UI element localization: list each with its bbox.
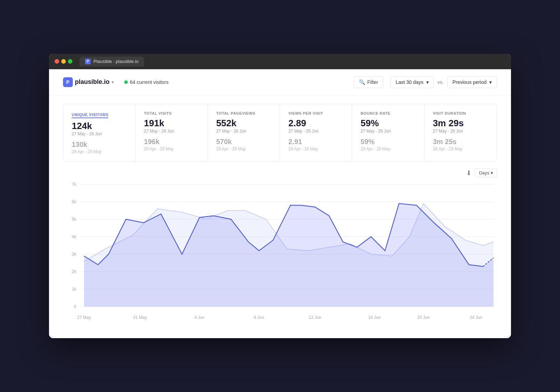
logo-area[interactable]: P plausible.io ▾ [63, 77, 114, 87]
chevron-down-icon: ▾ [491, 170, 493, 176]
stat-value-bounce-rate: 59% [360, 118, 415, 128]
svg-text:7k: 7k [72, 182, 77, 187]
svg-text:12 Jun: 12 Jun [309, 315, 321, 320]
stat-period-bounce-rate: 27 May - 26 Jun [360, 129, 415, 134]
filter-label: Filter [367, 79, 378, 85]
stat-prev-value-total-pageviews: 570k [216, 138, 271, 146]
stats-grid: UNIQUE VISITORS 124k 27 May - 26 Jun 130… [63, 104, 497, 162]
stat-label-visit-duration: VISIT DURATION [433, 111, 488, 115]
stat-period-total-pageviews: 27 May - 26 Jun [216, 129, 271, 134]
svg-text:16 Jun: 16 Jun [368, 315, 381, 320]
stat-card-visit-duration[interactable]: VISIT DURATION 3m 29s 27 May - 26 Jun 3m… [425, 104, 497, 162]
svg-text:24 Jun: 24 Jun [470, 315, 482, 320]
stat-prev-value-views-per-visit: 2.91 [288, 138, 343, 146]
stat-prev-value-total-visits: 196k [144, 138, 199, 146]
stat-card-unique-visitors[interactable]: UNIQUE VISITORS 124k 27 May - 26 Jun 130… [63, 104, 135, 162]
search-icon: 🔍 [359, 79, 365, 85]
date-range-dropdown[interactable]: Last 30 days ▾ [390, 76, 434, 88]
stat-label-views-per-visit: VIEWS PER VISIT [288, 111, 343, 115]
tab-favicon: P [85, 59, 91, 64]
stat-prev-period-total-visits: 29 Apr - 29 May [144, 147, 199, 151]
stats-section: UNIQUE VISITORS 124k 27 May - 26 Jun 130… [49, 95, 511, 165]
visitors-badge: 64 current visitors [124, 79, 168, 85]
minimize-button[interactable] [61, 59, 66, 64]
stat-card-views-per-visit[interactable]: VIEWS PER VISIT 2.89 27 May - 26 Jun 2.9… [280, 104, 352, 162]
logo-text: plausible.io [75, 78, 110, 86]
maximize-button[interactable] [68, 59, 72, 64]
stat-prev-period-views-per-visit: 29 Apr - 29 May [288, 147, 343, 151]
svg-text:4 Jun: 4 Jun [194, 315, 204, 320]
stat-prev-period-unique-visitors: 29 Apr - 29 May [72, 149, 127, 154]
svg-text:5k: 5k [72, 217, 77, 222]
svg-text:3k: 3k [72, 252, 77, 257]
stat-prev-period-bounce-rate: 29 Apr - 29 May [360, 147, 415, 151]
stat-card-total-pageviews[interactable]: TOTAL PAGEVIEWS 552k 27 May - 26 Jun 570… [208, 104, 280, 162]
stat-prev-period-total-pageviews: 29 Apr - 29 May [216, 147, 271, 151]
stat-label-total-visits: TOTAL VISITS [144, 111, 199, 115]
svg-text:20 Jun: 20 Jun [417, 315, 430, 320]
app-header: P plausible.io ▾ 64 current visitors 🔍 F… [49, 69, 511, 95]
close-button[interactable] [55, 59, 59, 64]
interval-label: Days [479, 170, 489, 176]
logo-icon: P [63, 77, 73, 87]
tab-title: Plausible · plausible.io [93, 59, 139, 64]
svg-text:27 May: 27 May [77, 315, 91, 320]
stat-prev-value-bounce-rate: 59% [360, 138, 415, 146]
traffic-lights [55, 59, 72, 64]
chart-controls: ⬇ Days ▾ [63, 169, 497, 177]
visitors-count: 64 current visitors [130, 79, 168, 85]
browser-content: P plausible.io ▾ 64 current visitors 🔍 F… [49, 69, 511, 338]
browser-window: P Plausible · plausible.io P plausible.i… [49, 54, 511, 338]
svg-text:1k: 1k [72, 287, 77, 292]
comparison-label: Previous period [453, 79, 486, 85]
svg-text:0: 0 [74, 304, 76, 309]
stat-value-unique-visitors: 124k [72, 121, 127, 131]
stat-value-total-visits: 191k [144, 118, 199, 128]
stat-prev-period-visit-duration: 29 Apr - 29 May [433, 147, 488, 151]
stat-period-unique-visitors: 27 May - 26 Jun [72, 131, 127, 136]
stat-prev-value-unique-visitors: 130k [72, 141, 127, 149]
svg-text:6k: 6k [72, 199, 77, 204]
filter-button[interactable]: 🔍 Filter [354, 76, 383, 88]
stat-label-unique-visitors: UNIQUE VISITORS [72, 113, 108, 118]
chart-container: 7k 6k 5k 4k 3k 2k 1k 0 [63, 181, 497, 328]
download-button[interactable]: ⬇ [466, 169, 471, 177]
chart-section: ⬇ Days ▾ 7k [49, 165, 511, 338]
chevron-down-icon: ▾ [426, 79, 429, 85]
stat-prev-value-visit-duration: 3m 25s [433, 138, 488, 146]
interval-dropdown[interactable]: Days ▾ [475, 169, 497, 177]
logo-chevron-icon: ▾ [112, 80, 114, 85]
stat-label-bounce-rate: BOUNCE RATE [360, 111, 415, 115]
browser-tab[interactable]: P Plausible · plausible.io [79, 57, 144, 66]
stat-value-total-pageviews: 552k [216, 118, 271, 128]
browser-titlebar: P Plausible · plausible.io [49, 54, 511, 69]
svg-text:4k: 4k [72, 234, 77, 239]
svg-text:31 May: 31 May [133, 315, 147, 320]
svg-text:8 Jun: 8 Jun [254, 315, 264, 320]
stat-card-bounce-rate[interactable]: BOUNCE RATE 59% 27 May - 26 Jun 59% 29 A… [352, 104, 424, 162]
comparison-dropdown[interactable]: Previous period ▾ [447, 76, 497, 88]
vs-label: vs. [438, 79, 444, 85]
date-range-label: Last 30 days [396, 79, 423, 85]
stat-value-views-per-visit: 2.89 [288, 118, 343, 128]
visitors-online-dot [124, 80, 128, 84]
stat-label-total-pageviews: TOTAL PAGEVIEWS [216, 111, 271, 115]
svg-text:2k: 2k [72, 269, 77, 274]
stat-value-visit-duration: 3m 29s [433, 118, 488, 128]
stat-card-total-visits[interactable]: TOTAL VISITS 191k 27 May - 26 Jun 196k 2… [135, 104, 208, 162]
stat-period-total-visits: 27 May - 26 Jun [144, 129, 199, 134]
visitors-chart: 7k 6k 5k 4k 3k 2k 1k 0 [63, 181, 497, 328]
stat-period-visit-duration: 27 May - 26 Jun [433, 129, 488, 134]
period-selector: Last 30 days ▾ vs. Previous period ▾ [390, 76, 497, 88]
stat-period-views-per-visit: 27 May - 26 Jun [288, 129, 343, 134]
chevron-down-icon: ▾ [489, 79, 492, 85]
